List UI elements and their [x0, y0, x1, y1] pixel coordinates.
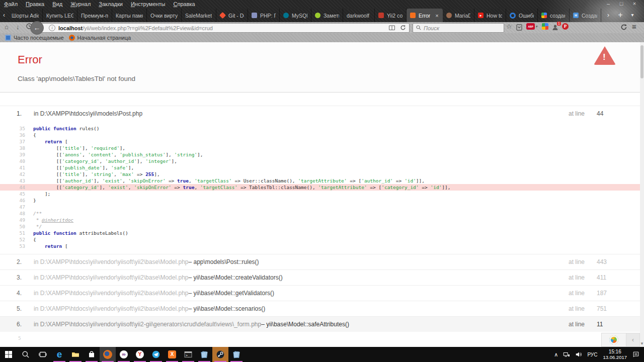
command-prompt-icon[interactable]: >_ [180, 347, 196, 362]
call-stack-item[interactable]: 5.in D:\XAMPP\htdocs\yii\vendor\yiisoft\… [0, 301, 640, 316]
site-info-icon[interactable]: i [49, 25, 55, 31]
code-line: 48/** [0, 210, 640, 217]
volume-icon[interactable] [575, 351, 582, 358]
navigation-toolbar: ⌂ ↓ ← i localhost/yii/web/index.php?r=gi… [0, 22, 644, 33]
telegram-icon[interactable] [148, 347, 164, 362]
error-tab-icon [410, 13, 416, 18]
call-stack-item[interactable]: 4.in D:\XAMPP\htdocs\yii\vendor\yiisoft\… [0, 285, 640, 301]
maximize-button[interactable]: □ [615, 0, 628, 7]
new-tab-button[interactable]: + [615, 9, 626, 22]
start-button[interactable] [0, 347, 17, 362]
pocket-icon[interactable] [516, 24, 522, 33]
adblock-plus-icon[interactable]: ABP [526, 23, 535, 30]
code-line-text: [['anons', 'content', 'publish_status'],… [33, 151, 203, 158]
edge-icon[interactable]: e [51, 347, 67, 362]
downloads-icon[interactable]: ↓ [16, 23, 20, 31]
store-icon[interactable] [84, 347, 100, 362]
action-center-icon[interactable] [632, 351, 639, 358]
file-explorer-icon[interactable] [67, 347, 84, 362]
code-snippet: 35public function rules()36{37 return [3… [0, 121, 640, 254]
browser-tab[interactable]: ▸How to us [474, 9, 506, 22]
hidden-icons-chevron[interactable]: ∧ [554, 351, 558, 358]
visual-studio-icon[interactable]: ∞ [116, 347, 132, 362]
steam-icon[interactable] [212, 347, 228, 362]
tab-close-icon[interactable]: × [435, 13, 438, 19]
menu-item-справка[interactable]: Справка [170, 0, 199, 8]
browser-tab[interactable]: Yii2 создан [375, 9, 407, 22]
menu-item-инструменты[interactable]: Инструменты [127, 0, 170, 8]
sync-icon[interactable] [620, 24, 627, 33]
stack-item-path: in D:\XAMPP\htdocs\yii\vendor\yiisoft\yi… [34, 290, 188, 297]
browser-tab[interactable]: Очки виртуаль [147, 9, 182, 22]
url-bar[interactable]: i localhost/yii/web/index.php?r=gii%2Fde… [37, 23, 410, 33]
call-stack-item[interactable]: 3.in D:\XAMPP\htdocs\yii\vendor\yiisoft\… [0, 269, 640, 285]
browser-tab[interactable]: Error× [407, 9, 443, 22]
widget-collapse-button[interactable]: ‹ [626, 333, 640, 347]
browser-tab[interactable]: MySQL En [280, 9, 311, 22]
browser-tab[interactable]: Премиум-под [77, 9, 112, 22]
tab-scroll-right-icon[interactable]: › [604, 9, 613, 22]
browser-tab[interactable]: darkwoolf [343, 9, 375, 22]
menu-item-закладки[interactable]: Закладки [95, 0, 127, 8]
stack-item-method: – yii\base\Model::scenarios() [188, 305, 265, 312]
bookmark-star-icon[interactable]: ☆ [506, 23, 512, 30]
profile-icon[interactable]: 1 [552, 24, 558, 33]
bookmark-home-page[interactable]: Начальная страница [69, 35, 131, 41]
close-button[interactable]: × [628, 0, 641, 7]
browser-tab[interactable]: SaleMarket [182, 9, 216, 22]
pinterest-icon[interactable]: P [562, 23, 569, 30]
blue-app-icon[interactable] [196, 347, 212, 362]
browser-tab[interactable]: HСоздание [570, 9, 601, 22]
tab-list-button[interactable]: ▾ [628, 9, 637, 22]
bookmark-frequent[interactable]: Часто посещаемые [5, 35, 64, 41]
browser-tab[interactable]: Git - Down [216, 9, 248, 22]
scrollbar-down-arrow[interactable]: ▼ [640, 341, 644, 346]
hamburger-menu-icon[interactable]: ≡ [632, 22, 636, 31]
task-view-button[interactable] [34, 347, 51, 362]
firefox-icon[interactable] [100, 347, 116, 362]
profile-badge: 1 [557, 22, 561, 26]
menu-item-вид[interactable]: Вид [48, 0, 66, 8]
search-bar[interactable]: Поиск [413, 23, 504, 33]
stack-item-line-number: 11 [597, 321, 612, 328]
youtube-icon: ▸ [478, 13, 484, 18]
back-button[interactable]: ← [30, 21, 44, 35]
stack-item-method: – yii\base\Model::createValidators() [188, 274, 282, 281]
browser-tab[interactable]: Купить LEGO М [43, 9, 77, 22]
at-line-label: at line [569, 290, 585, 297]
code-line-text: ]; [33, 191, 50, 197]
reader-mode-icon[interactable] [389, 24, 395, 33]
yandex-browser-icon[interactable]: Y [132, 347, 148, 362]
adblock-caret-icon[interactable]: ▾ [536, 25, 538, 29]
browser-tab[interactable]: Шорты Adidas [8, 9, 43, 22]
browser-corner-widget: ‹ [601, 333, 640, 347]
call-stack-item[interactable]: 2.in D:\XAMPP\htdocs\yii\vendor\yiisoft\… [0, 254, 640, 269]
page-scrollbar[interactable]: ▼ [640, 42, 644, 347]
blue-app-icon-2[interactable] [228, 347, 245, 362]
minimize-button[interactable]: – [602, 0, 615, 7]
stack-item-method: – yii\base\Model::getValidators() [188, 290, 274, 297]
browser-tab[interactable]: MariaDB П [443, 9, 474, 22]
language-indicator[interactable]: РУС [587, 352, 597, 357]
home-icon[interactable]: ⌂ [5, 23, 9, 31]
call-stack-item[interactable]: 1.in D:\XAMPP\htdocs\yii\models\Post.php… [0, 106, 640, 121]
browser-tab[interactable]: Заметки п [311, 9, 343, 22]
reload-icon[interactable] [400, 24, 406, 33]
tab-scroll-left-icon[interactable]: ‹ [0, 9, 8, 22]
scrollbar-thumb[interactable] [640, 45, 643, 78]
network-icon[interactable] [563, 351, 570, 358]
search-button[interactable] [17, 347, 34, 362]
xampp-icon[interactable]: X [164, 347, 180, 362]
menu-item-файл[interactable]: Файл [0, 0, 22, 8]
pinwheel-widget-button[interactable] [601, 333, 626, 347]
tray-clock[interactable]: 15:16 13.06.2017 [603, 349, 627, 360]
browser-tab[interactable]: Карты памяти [112, 9, 147, 22]
stack-item-path: in D:\XAMPP\htdocs\yii\vendor\yiisoft\yi… [34, 258, 188, 265]
browser-tab[interactable]: Ошибка п [506, 9, 538, 22]
browser-tab[interactable]: создание с [538, 9, 570, 22]
browser-tab[interactable]: PHP: Прос [248, 9, 280, 22]
menu-item-правка[interactable]: Правка [22, 0, 48, 8]
call-stack-item[interactable]: 6.in D:\XAMPP\htdocs\yii\vendor\yiisoft\… [0, 316, 640, 332]
menu-item-журнал[interactable]: Журнал [66, 0, 95, 8]
extension-colors-icon[interactable] [542, 23, 548, 30]
